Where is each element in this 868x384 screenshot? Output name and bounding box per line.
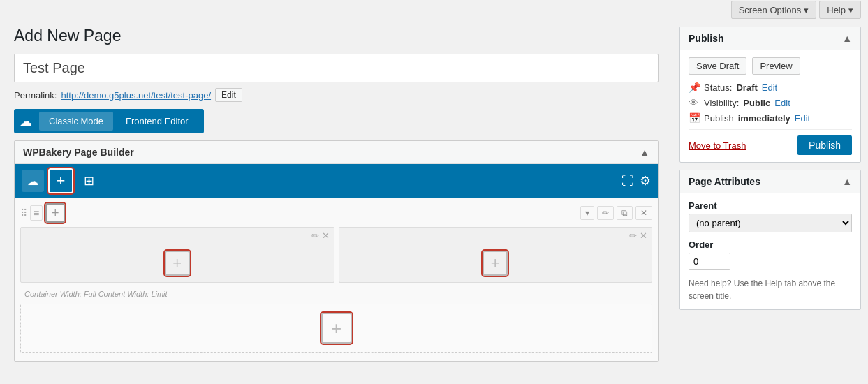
sidebar: Publish ▲ Save Draft Preview 📌 Status: D… xyxy=(672,20,868,384)
attributes-panel-title: Page Attributes xyxy=(689,176,760,187)
attributes-panel-toggle[interactable]: ▲ xyxy=(842,176,852,187)
help-label: Help xyxy=(827,5,846,15)
attributes-panel-body: Parent (no parent) Order Need help? Use … xyxy=(680,193,860,309)
publish-panel-toggle[interactable]: ▲ xyxy=(842,33,852,44)
row-controls: ⠿ ≡ + ▾ ✏ ⧉ ✕ xyxy=(20,203,652,223)
content-area: Add New Page Permalink: http://demo.g5pl… xyxy=(0,20,672,384)
collapse-icon[interactable]: ▲ xyxy=(640,147,649,158)
visibility-label: Visibility: xyxy=(704,98,739,108)
row-right-controls: ▾ ✏ ⧉ ✕ xyxy=(580,206,652,220)
empty-row-add-button[interactable]: + xyxy=(321,313,352,344)
permalink-label: Permalink: xyxy=(14,90,57,101)
column-1-add-button[interactable]: + xyxy=(165,251,190,276)
status-row: 📌 Status: Draft Edit xyxy=(689,82,852,93)
gear-icon: ⚙ xyxy=(640,174,651,188)
column-1: ✏ ✕ + xyxy=(20,227,334,283)
row-menu-button[interactable]: ≡ xyxy=(30,205,43,221)
cloud-icon: ☁ xyxy=(20,114,32,129)
permalink-edit-button[interactable]: Edit xyxy=(215,88,242,102)
visibility-value: Public xyxy=(743,98,770,108)
publish-meta: 📌 Status: Draft Edit 👁 Visibility: Publi… xyxy=(689,82,852,124)
row-add-button[interactable]: + xyxy=(45,203,65,223)
top-bar: Screen Options ▾ Help ▾ xyxy=(0,0,868,20)
status-label: Status: xyxy=(704,82,732,93)
chevron-down-icon: ▾ xyxy=(804,5,809,15)
column-2: ✏ ✕ + xyxy=(339,227,653,283)
builder-title: WPBakery Page Builder xyxy=(23,147,134,158)
status-value: Draft xyxy=(736,82,757,93)
column-2-edit-bar: ✏ ✕ xyxy=(625,228,652,244)
toolbar-settings-button[interactable]: ⚙ xyxy=(640,173,651,189)
permalink-link[interactable]: http://demo.g5plus.net/test/test-page/ xyxy=(61,90,211,101)
row-close-button[interactable]: ✕ xyxy=(635,206,652,220)
page-heading: Add New Page xyxy=(14,27,659,45)
row-edit-button[interactable]: ✏ xyxy=(597,206,614,220)
help-text: Need help? Use the Help tab above the sc… xyxy=(689,277,852,302)
row-dropdown-button[interactable]: ▾ xyxy=(580,206,594,220)
order-input[interactable] xyxy=(689,253,730,270)
publish-time-value: immediately xyxy=(738,113,790,124)
builder-toolbar: ☁ + ⊞ ⛶ ⚙ xyxy=(15,164,658,198)
column-1-edit-icon[interactable]: ✏ xyxy=(311,230,319,241)
frontend-editor-button[interactable]: Frontend Editor xyxy=(116,112,198,131)
status-edit-link[interactable]: Edit xyxy=(762,82,777,93)
permalink-row: Permalink: http://demo.g5plus.net/test/t… xyxy=(14,88,659,102)
publish-panel: Publish ▲ Save Draft Preview 📌 Status: D… xyxy=(679,27,861,163)
page-title-input[interactable] xyxy=(14,54,659,82)
publish-button[interactable]: Publish xyxy=(797,135,852,155)
toolbar-grid-button[interactable]: ⊞ xyxy=(78,170,100,192)
column-2-edit-icon[interactable]: ✏ xyxy=(629,230,637,241)
row-copy-button[interactable]: ⧉ xyxy=(617,206,633,220)
publish-time-row: 📅 Publish immediately Edit xyxy=(689,112,852,124)
parent-label: Parent xyxy=(689,200,852,211)
publish-panel-body: Save Draft Preview 📌 Status: Draft Edit … xyxy=(680,50,860,162)
main-layout: Add New Page Permalink: http://demo.g5pl… xyxy=(0,20,868,384)
pin-icon: 📌 xyxy=(689,82,700,93)
publish-actions: Save Draft Preview xyxy=(689,57,852,75)
eye-icon: 👁 xyxy=(689,97,700,108)
plus-icon: + xyxy=(172,254,182,272)
publish-panel-header: Publish ▲ xyxy=(680,27,860,50)
publish-time-edit-link[interactable]: Edit xyxy=(795,113,810,124)
plus-icon: + xyxy=(331,318,341,339)
drag-icon[interactable]: ⠿ xyxy=(20,207,27,219)
help-button[interactable]: Help ▾ xyxy=(819,1,861,19)
column-2-add-content: + xyxy=(339,244,652,282)
column-1-close-icon[interactable]: ✕ xyxy=(322,230,330,241)
cloud-icon: ☁ xyxy=(27,175,38,188)
save-draft-button[interactable]: Save Draft xyxy=(689,57,746,75)
screen-options-label: Screen Options xyxy=(739,5,802,15)
visibility-row: 👁 Visibility: Public Edit xyxy=(689,97,852,108)
mode-bar: ☁ Classic Mode Frontend Editor xyxy=(14,109,204,133)
toolbar-cloud-button[interactable]: ☁ xyxy=(22,170,44,192)
visibility-edit-link[interactable]: Edit xyxy=(774,98,790,108)
calendar-icon: 📅 xyxy=(689,112,700,124)
wpbakery-builder: WPBakery Page Builder ▲ ☁ + ⊞ xyxy=(14,140,659,362)
grid-icon: ⊞ xyxy=(84,173,94,189)
plus-icon: + xyxy=(52,206,59,221)
publish-time-label: Publish xyxy=(704,113,734,124)
plus-icon: + xyxy=(57,172,66,190)
toolbar-expand-button[interactable]: ⛶ xyxy=(621,174,634,189)
chevron-down-icon: ▾ xyxy=(848,5,853,15)
screen-options-button[interactable]: Screen Options ▾ xyxy=(731,1,817,19)
builder-row-area: ⠿ ≡ + ▾ ✏ ⧉ ✕ xyxy=(15,198,658,361)
toolbar-right: ⛶ ⚙ xyxy=(621,173,651,189)
empty-row: + xyxy=(20,304,652,353)
preview-button[interactable]: Preview xyxy=(752,57,800,75)
parent-select[interactable]: (no parent) xyxy=(689,214,852,232)
page-attributes-panel: Page Attributes ▲ Parent (no parent) Ord… xyxy=(679,170,861,310)
publish-panel-title: Publish xyxy=(689,33,724,44)
columns-container: ✏ ✕ + ✏ xyxy=(20,227,652,283)
column-1-edit-bar: ✏ ✕ xyxy=(307,228,334,244)
expand-icon: ⛶ xyxy=(621,174,634,188)
column-2-add-button[interactable]: + xyxy=(483,251,508,276)
classic-mode-button[interactable]: Classic Mode xyxy=(39,112,113,131)
publish-footer: Move to Trash Publish xyxy=(689,129,852,155)
move-to-trash-link[interactable]: Move to Trash xyxy=(689,140,746,151)
toolbar-add-element-button[interactable]: + xyxy=(48,168,73,193)
container-info: Container Width: Full Content Width: Lim… xyxy=(20,287,652,301)
column-2-close-icon[interactable]: ✕ xyxy=(640,230,647,241)
builder-header: WPBakery Page Builder ▲ xyxy=(15,141,658,164)
attributes-panel-header: Page Attributes ▲ xyxy=(680,170,860,193)
